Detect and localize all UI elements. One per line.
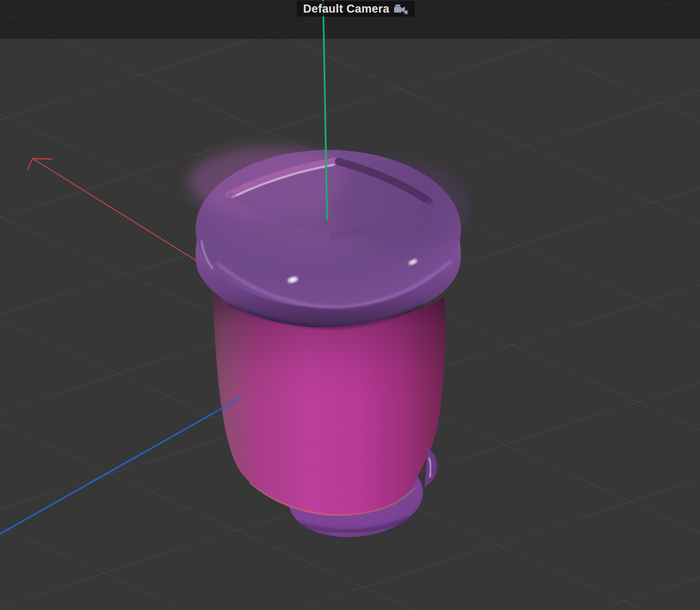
model-lid[interactable] — [189, 146, 469, 328]
camera-label[interactable]: Default Camera — [297, 1, 415, 17]
x-axis-arrow-a — [33, 159, 52, 159]
scene-viewport[interactable]: Default Camera — [0, 0, 700, 610]
scene-canvas[interactable] — [0, 0, 700, 610]
camera-icon — [393, 3, 408, 15]
camera-label-text: Default Camera — [303, 2, 389, 15]
